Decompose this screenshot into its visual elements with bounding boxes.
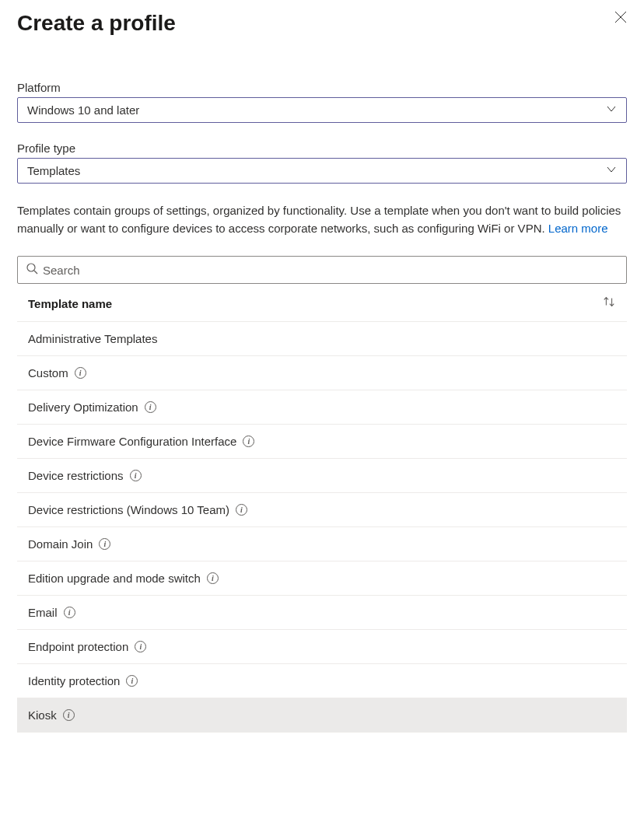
info-icon[interactable]: i [207,572,219,584]
page-title: Create a profile [17,11,176,36]
platform-value: Windows 10 and later [27,103,139,117]
template-row[interactable]: Domain Joini [17,527,627,561]
template-label: Email [28,606,58,619]
close-icon[interactable] [614,11,627,26]
sort-icon[interactable] [602,295,616,312]
column-header-template-name[interactable]: Template name [28,297,112,310]
template-label: Identity protection [28,674,120,687]
template-label: Device Firmware Configuration Interface [28,435,236,448]
platform-dropdown[interactable]: Windows 10 and later [17,97,627,123]
info-icon[interactable]: i [63,709,75,721]
template-label: Delivery Optimization [28,401,138,414]
profile-type-label: Profile type [17,142,627,155]
profile-type-dropdown[interactable]: Templates [17,158,627,184]
template-label: Endpoint protection [28,640,128,653]
template-list: Administrative TemplatesCustomiDelivery … [17,322,627,733]
template-label: Edition upgrade and mode switch [28,572,201,585]
profile-type-value: Templates [27,164,80,177]
search-input[interactable] [43,264,618,277]
template-row[interactable]: Device restrictionsi [17,459,627,493]
info-icon[interactable]: i [145,401,156,413]
profile-type-description: Templates contain groups of settings, or… [17,202,627,237]
template-row[interactable]: Administrative Templates [17,322,627,356]
description-text: Templates contain groups of settings, or… [17,204,621,235]
chevron-down-icon [606,164,617,177]
chevron-down-icon [606,103,617,117]
template-row[interactable]: Endpoint protectioni [17,630,627,664]
template-label: Device restrictions (Windows 10 Team) [28,503,229,516]
info-icon[interactable]: i [135,641,146,652]
info-icon[interactable]: i [236,504,247,516]
info-icon[interactable]: i [243,435,254,447]
learn-more-link[interactable]: Learn more [548,222,608,235]
info-icon[interactable]: i [64,607,75,618]
platform-label: Platform [17,81,627,94]
template-row[interactable]: Device restrictions (Windows 10 Team)i [17,493,627,527]
template-row[interactable]: Identity protectioni [17,664,627,698]
template-row[interactable]: Delivery Optimizationi [17,390,627,425]
template-label: Custom [28,366,68,380]
svg-point-2 [27,264,35,271]
template-label: Kiosk [28,708,57,722]
info-icon[interactable]: i [75,367,86,379]
template-label: Administrative Templates [28,332,157,345]
search-box[interactable] [17,256,627,284]
template-row[interactable]: Edition upgrade and mode switchi [17,561,627,596]
template-label: Device restrictions [28,469,124,482]
template-row[interactable]: Emaili [17,596,627,630]
table-header: Template name [17,284,627,322]
svg-line-3 [34,271,37,274]
template-row[interactable]: Device Firmware Configuration Interfacei [17,425,627,459]
info-icon[interactable]: i [130,470,142,481]
info-icon[interactable]: i [126,675,138,687]
search-icon [26,262,38,278]
template-row[interactable]: Kioski [17,698,627,733]
template-label: Domain Join [28,537,93,551]
template-row[interactable]: Customi [17,356,627,390]
info-icon[interactable]: i [99,538,110,550]
